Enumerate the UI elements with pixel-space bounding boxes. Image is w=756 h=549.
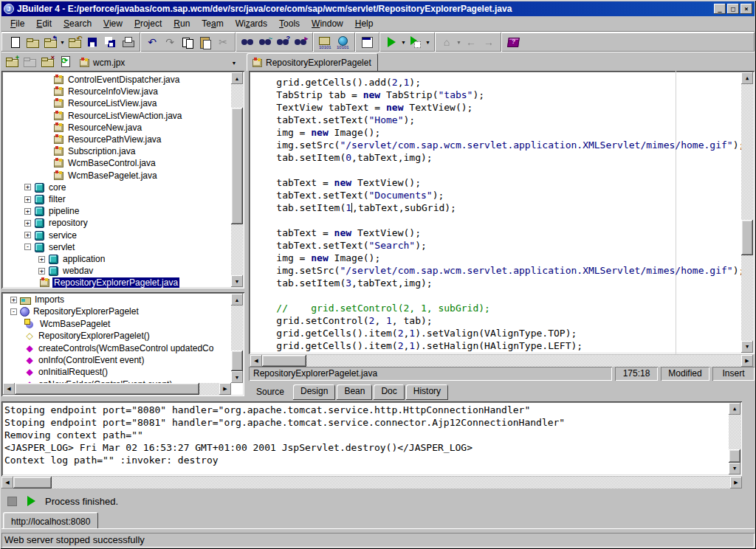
expand-icon[interactable]: + bbox=[10, 297, 17, 303]
tree-item[interactable]: ◇RepositoryExplorerPagelet() bbox=[24, 330, 151, 342]
menu-edit[interactable]: Edit bbox=[30, 17, 58, 30]
scroll-thumb[interactable] bbox=[741, 220, 753, 255]
copy-button[interactable] bbox=[179, 34, 196, 50]
tree-item[interactable]: +pipeline bbox=[24, 205, 80, 217]
code-editor[interactable]: grid.getCells().add(2,1); TabStrip tab =… bbox=[249, 71, 755, 354]
stop-process-icon[interactable] bbox=[7, 497, 17, 506]
scroll-left-button[interactable]: ◀ bbox=[250, 355, 262, 367]
code-area[interactable]: grid.getCells().add(2,1); TabStrip tab =… bbox=[253, 76, 740, 352]
expand-icon[interactable]: + bbox=[38, 268, 45, 274]
console-hscrollbar[interactable]: ◀ ▶ bbox=[1, 477, 742, 488]
tree-item[interactable]: +core bbox=[24, 182, 67, 193]
console-vscrollbar[interactable]: ▲ ▼ bbox=[729, 403, 740, 474]
replace-button[interactable]: ~ bbox=[256, 34, 274, 50]
save-button[interactable] bbox=[83, 34, 101, 50]
tree-item[interactable]: ◆onInfo(ControlEvent event) bbox=[24, 354, 145, 366]
scroll-thumb[interactable] bbox=[15, 383, 199, 395]
tree-item[interactable]: +repository bbox=[24, 217, 89, 229]
tree-item[interactable]: ResourceNew.java bbox=[52, 122, 143, 134]
scroll-up-button[interactable]: ▲ bbox=[729, 403, 740, 415]
tree-item[interactable]: ResourceInfoView.java bbox=[52, 86, 159, 97]
menu-window[interactable]: Window bbox=[306, 17, 349, 30]
scroll-down-button[interactable]: ▼ bbox=[741, 341, 753, 353]
project-selector[interactable]: wcm.jpx ▼ bbox=[77, 55, 241, 71]
close-button[interactable]: × bbox=[740, 4, 752, 14]
open-file-button[interactable] bbox=[24, 34, 41, 50]
scroll-thumb[interactable] bbox=[13, 477, 52, 488]
tree-item[interactable]: Subscription.java bbox=[52, 145, 137, 157]
tree-item[interactable]: +webdav bbox=[38, 265, 94, 277]
tree-item[interactable]: WcmBasePagelet.java bbox=[52, 170, 159, 182]
view-tab-design[interactable]: Design bbox=[293, 384, 335, 400]
debug-button-dropdown-arrow[interactable]: ▼ bbox=[425, 34, 431, 50]
find-button[interactable] bbox=[238, 34, 256, 50]
view-tab-doc[interactable]: Doc bbox=[374, 384, 404, 400]
console-tab-localhost[interactable]: http://localhost:8080 bbox=[3, 512, 98, 530]
search-again-button[interactable]: ? bbox=[274, 34, 292, 50]
refresh-button[interactable] bbox=[56, 53, 74, 69]
close-project-button[interactable]: × bbox=[38, 53, 56, 69]
project-dropdown-arrow[interactable]: ▼ bbox=[229, 57, 239, 69]
run-process-icon[interactable] bbox=[24, 495, 38, 507]
new-file-button[interactable] bbox=[6, 34, 24, 50]
tree-item[interactable]: +application bbox=[38, 253, 106, 265]
view-tab-history[interactable]: History bbox=[406, 384, 448, 400]
reopen-dropdown-button-dropdown-arrow[interactable]: ▼ bbox=[59, 34, 66, 50]
editor-hscrollbar[interactable]: ◀ ▶ bbox=[250, 355, 753, 367]
scroll-thumb[interactable] bbox=[231, 351, 243, 371]
editor-vscrollbar[interactable]: ▲ ▼ bbox=[741, 72, 753, 353]
home-button-dropdown-arrow[interactable]: ▼ bbox=[456, 34, 462, 50]
find-classes-button[interactable]: ▸ bbox=[292, 34, 309, 50]
cut-button[interactable]: ✂ bbox=[214, 34, 232, 50]
tree-item[interactable]: +Imports bbox=[10, 294, 66, 305]
tree-item[interactable]: ◆createControls(WcmBaseControl updatedCo bbox=[24, 342, 215, 354]
forward-button[interactable]: → bbox=[480, 34, 498, 50]
tree-item[interactable]: ResourceListViewAction.java bbox=[52, 110, 184, 122]
minimize-button[interactable]: _ bbox=[714, 4, 726, 14]
menu-help[interactable]: Help bbox=[349, 17, 379, 30]
run-button[interactable] bbox=[382, 34, 400, 50]
scroll-right-button[interactable]: ▶ bbox=[219, 383, 231, 395]
scroll-up-button[interactable]: ▲ bbox=[231, 294, 243, 305]
toggle-curtain-button[interactable] bbox=[358, 34, 376, 50]
scroll-thumb[interactable] bbox=[729, 449, 740, 463]
file-tab[interactable]: RepositoryExplorerPagelet bbox=[247, 53, 378, 71]
menu-tools[interactable]: Tools bbox=[273, 17, 306, 30]
console-output[interactable]: Stoping endpoint port="8080" handler="or… bbox=[1, 401, 742, 476]
redo-button[interactable]: ↷ bbox=[161, 34, 179, 50]
revert-button[interactable]: ↶ bbox=[66, 34, 83, 50]
tree-item[interactable]: WcmBasePagelet bbox=[24, 318, 111, 330]
save-all-button[interactable] bbox=[101, 34, 119, 50]
scroll-down-button[interactable]: ▼ bbox=[729, 463, 740, 474]
expand-icon[interactable]: + bbox=[24, 232, 31, 238]
scroll-up-button[interactable]: ▲ bbox=[741, 72, 753, 84]
view-tab-bean[interactable]: Bean bbox=[337, 384, 372, 400]
tree-item[interactable]: +service bbox=[24, 229, 78, 241]
maximize-button[interactable]: □ bbox=[727, 4, 739, 14]
tree-item[interactable]: +filter bbox=[24, 193, 67, 205]
scroll-left-button[interactable]: ◀ bbox=[3, 383, 15, 395]
home-button[interactable]: ⌂ bbox=[438, 34, 456, 50]
scroll-right-button[interactable]: ▶ bbox=[730, 477, 742, 488]
project-tree-vscrollbar[interactable]: ▲ ▼ bbox=[231, 72, 243, 287]
structure-vscrollbar[interactable]: ▲ ▼ bbox=[231, 294, 243, 383]
reopen-dropdown-button[interactable]: ↰ bbox=[41, 34, 59, 50]
menu-search[interactable]: Search bbox=[58, 17, 97, 30]
expand-icon[interactable]: + bbox=[24, 208, 31, 215]
collapse-icon[interactable]: - bbox=[24, 244, 31, 250]
print-button[interactable] bbox=[119, 34, 137, 50]
add-files-button[interactable]: + bbox=[3, 53, 21, 69]
tree-item[interactable]: ControlEventDispatcher.java bbox=[52, 74, 181, 86]
tree-item[interactable]: ResourceListView.java bbox=[52, 97, 159, 109]
scroll-thumb[interactable] bbox=[231, 108, 243, 224]
menu-project[interactable]: Project bbox=[128, 17, 168, 30]
expand-icon[interactable]: + bbox=[38, 256, 45, 263]
tree-item[interactable]: ResourcePathView.java bbox=[52, 134, 163, 145]
menu-file[interactable]: File bbox=[4, 17, 30, 30]
menu-wizards[interactable]: Wizards bbox=[230, 17, 273, 30]
menu-view[interactable]: View bbox=[97, 17, 128, 30]
scroll-left-button[interactable]: ◀ bbox=[1, 477, 13, 488]
scroll-up-button[interactable]: ▲ bbox=[231, 72, 243, 84]
scroll-right-button[interactable]: ▶ bbox=[741, 355, 753, 367]
expand-icon[interactable]: + bbox=[24, 184, 31, 190]
